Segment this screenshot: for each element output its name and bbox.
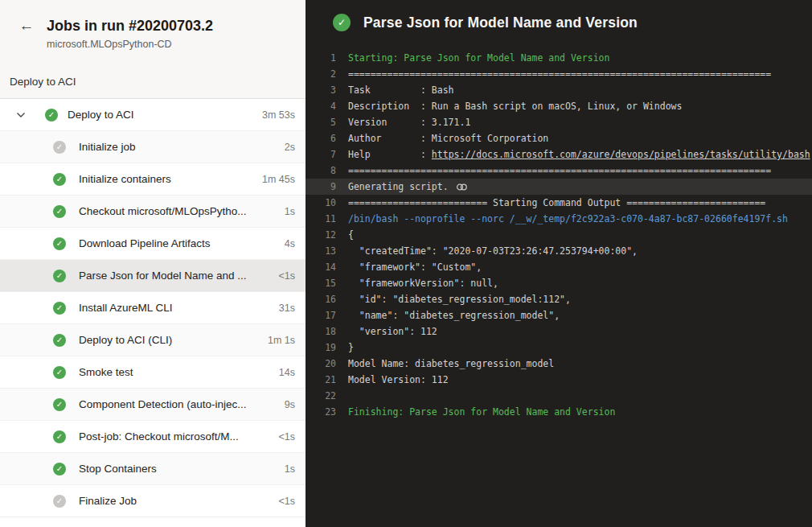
- step-duration: 2s: [285, 142, 306, 153]
- line-number[interactable]: 7: [306, 146, 336, 163]
- log-line: 10 ========================= Starting Co…: [306, 195, 812, 211]
- back-button[interactable]: ←: [16, 16, 37, 35]
- line-text: "name": "diabetes_regression_model",: [348, 307, 560, 323]
- line-text: "framework": "Custom",: [348, 259, 482, 275]
- step-label: Deploy to ACI: [68, 109, 134, 121]
- log-line: 8 ======================================…: [306, 163, 812, 179]
- log-line: 20 Model Name: diabetes_regression_model: [306, 356, 812, 372]
- step-duration: 3m 53s: [262, 109, 306, 121]
- job-step-row[interactable]: ✓ Smoke test 14s: [0, 356, 306, 389]
- job-step-row[interactable]: ✓ Finalize Job <1s: [0, 485, 306, 517]
- log-line: 12 {: [306, 227, 812, 243]
- line-number[interactable]: 16: [306, 291, 336, 307]
- status-icon: ✓: [53, 302, 66, 315]
- jobs-run-window: ← Jobs in run #20200703.2 microsoft.MLOp…: [0, 0, 812, 527]
- step-label: Finalize Job: [79, 495, 137, 507]
- status-icon: ✓: [53, 270, 66, 282]
- job-step-row[interactable]: ✓ Checkout microsoft/MLOpsPytho... 1s: [0, 196, 306, 228]
- log-line: 14 "framework": "Custom",: [306, 259, 812, 275]
- log-line: 1 Starting: Parse Json for Model Name an…: [306, 50, 812, 66]
- line-number[interactable]: 3: [306, 82, 336, 98]
- stage-label: Deploy to ACI: [10, 76, 306, 98]
- job-step-row[interactable]: ✓ Initialize job 2s: [0, 131, 306, 163]
- line-number[interactable]: 22: [306, 388, 336, 404]
- step-label: Install AzureML CLI: [79, 302, 173, 314]
- step-duration: 4s: [285, 238, 306, 249]
- line-number[interactable]: 19: [306, 340, 336, 356]
- log-line: 22: [306, 388, 812, 404]
- line-text: Task : Bash: [348, 82, 454, 98]
- line-number[interactable]: 17: [306, 307, 336, 323]
- job-step-row[interactable]: ✓ Download Pipeline Artifacts 4s: [0, 228, 306, 260]
- status-icon: ✓: [53, 205, 66, 218]
- line-number[interactable]: 23: [306, 404, 336, 420]
- job-step-row[interactable]: ✓ Post-job: Checkout microsoft/M... <1s: [0, 421, 306, 453]
- status-icon: ✓: [53, 173, 66, 186]
- line-number[interactable]: 5: [306, 114, 336, 130]
- pipeline-name: microsoft.MLOpsPython-CD: [47, 39, 213, 50]
- chevron-down-icon[interactable]: [16, 112, 29, 118]
- step-duration: 1m 45s: [262, 174, 306, 185]
- line-number[interactable]: 11: [306, 211, 336, 227]
- step-duration: 1s: [285, 206, 306, 217]
- line-number[interactable]: 15: [306, 275, 336, 291]
- job-step-row[interactable]: ✓ Deploy to ACI 3m 53s: [0, 99, 306, 131]
- line-text: Author : Microsoft Corporation: [348, 130, 548, 146]
- line-number[interactable]: 14: [306, 259, 336, 275]
- log-line: 23 Finishing: Parse Json for Model Name …: [306, 404, 812, 420]
- log-line: 19 }: [306, 340, 812, 356]
- job-step-row[interactable]: ✓ Parse Json for Model Name and ... <1s: [0, 260, 306, 292]
- line-number[interactable]: 1: [306, 50, 336, 66]
- log-line: 13 "createdTime": "2020-07-03T23:26:47.2…: [306, 243, 812, 259]
- line-text: Description : Run a Bash script on macOS…: [348, 98, 682, 114]
- log-line[interactable]: 9 Generating script.: [306, 179, 812, 195]
- line-number[interactable]: 18: [306, 323, 336, 340]
- line-number[interactable]: 10: [306, 195, 336, 211]
- line-number[interactable]: 20: [306, 356, 336, 372]
- step-label: Checkout microsoft/MLOpsPytho...: [79, 205, 247, 217]
- line-number[interactable]: 12: [306, 227, 336, 243]
- line-number[interactable]: 9: [306, 179, 336, 195]
- status-icon: ✓: [53, 398, 66, 411]
- step-label: Parse Json for Model Name and ...: [79, 270, 247, 282]
- line-text: /bin/bash --noprofile --norc /__w/_temp/…: [348, 211, 788, 227]
- line-text: {: [348, 227, 354, 243]
- log-header: ✓ Parse Json for Model Name and Version: [306, 0, 812, 31]
- line-text: Version : 3.171.1: [348, 114, 470, 130]
- log-line: 15 "frameworkVersion": null,: [306, 275, 812, 291]
- line-number[interactable]: 6: [306, 130, 336, 146]
- line-number[interactable]: 2: [306, 66, 336, 82]
- status-icon: ✓: [53, 141, 66, 154]
- link-chain-icon: [456, 183, 468, 191]
- line-number[interactable]: 13: [306, 243, 336, 259]
- job-step-row[interactable]: ✓ Component Detection (auto-injec... 9s: [0, 389, 306, 421]
- job-step-row[interactable]: ✓ Deploy to ACI (CLI) 1m 1s: [0, 324, 306, 356]
- log-line: 3 Task : Bash: [306, 82, 812, 98]
- help-link[interactable]: https://docs.microsoft.com/azure/devops/…: [432, 146, 810, 163]
- step-label: Post-job: Checkout microsoft/M...: [79, 430, 239, 443]
- step-duration: <1s: [278, 270, 306, 282]
- line-number[interactable]: 21: [306, 372, 336, 388]
- line-number[interactable]: 4: [306, 98, 336, 114]
- log-line: 11 /bin/bash --noprofile --norc /__w/_te…: [306, 211, 812, 227]
- step-label: Download Pipeline Artifacts: [79, 237, 211, 249]
- status-icon: ✓: [45, 109, 58, 121]
- step-duration: 1s: [285, 463, 306, 475]
- step-duration: 1m 1s: [268, 335, 306, 346]
- step-label: Initialize job: [79, 141, 136, 153]
- job-step-row[interactable]: ✓ Install AzureML CLI 31s: [0, 292, 306, 324]
- step-label: Component Detection (auto-injec...: [79, 398, 247, 410]
- status-icon: ✓: [53, 237, 66, 250]
- log-line: 5 Version : 3.171.1: [306, 114, 812, 130]
- line-text: "createdTime": "2020-07-03T23:26:47.2537…: [348, 243, 638, 259]
- log-line: 17 "name": "diabetes_regression_model",: [306, 307, 812, 323]
- line-text: Starting: Parse Json for Model Name and …: [348, 50, 609, 66]
- line-text: ========================================…: [348, 163, 771, 179]
- jobs-sidebar: ← Jobs in run #20200703.2 microsoft.MLOp…: [0, 0, 306, 527]
- step-duration: 9s: [285, 399, 306, 410]
- step-label: Initialize containers: [79, 173, 171, 185]
- job-step-row[interactable]: ✓ Stop Containers 1s: [0, 453, 306, 485]
- job-step-row[interactable]: ✓ Initialize containers 1m 45s: [0, 163, 306, 196]
- line-text: Finishing: Parse Json for Model Name and…: [348, 404, 615, 420]
- line-number[interactable]: 8: [306, 163, 336, 179]
